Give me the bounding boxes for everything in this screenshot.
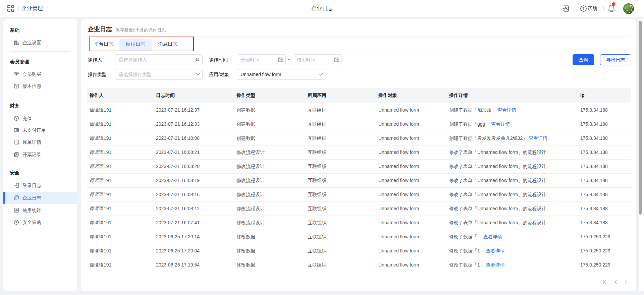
svg-text:?: ? <box>582 6 585 11</box>
